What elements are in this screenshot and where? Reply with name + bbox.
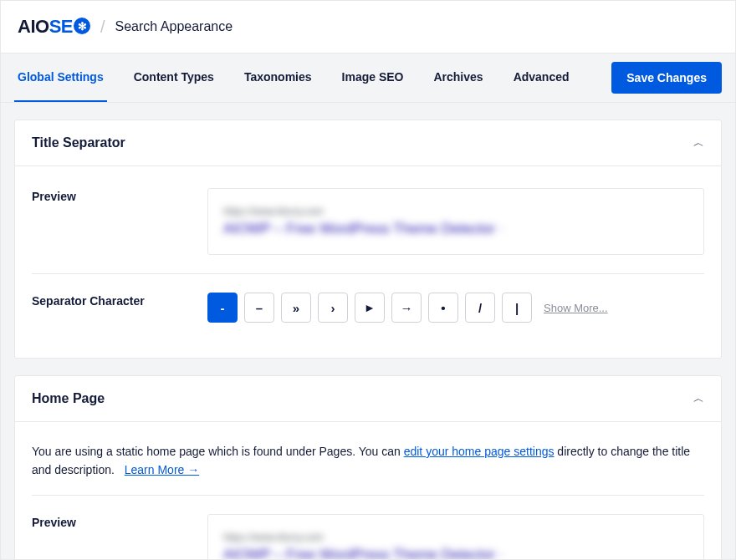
gear-icon: ✻ — [74, 18, 90, 34]
separator-triangle[interactable]: ▸ — [355, 293, 385, 323]
card-title: Title Separator — [32, 135, 125, 150]
separator-bullet[interactable]: • — [428, 293, 458, 323]
separator-pipe[interactable]: | — [502, 293, 532, 323]
chevron-up-icon: ︿ — [693, 391, 704, 406]
preview-label: Preview — [32, 514, 207, 559]
separator-raquo[interactable]: » — [281, 293, 311, 323]
row-home-preview: Preview https://www.blurry.com AIOWP – F… — [32, 514, 704, 559]
preview-title: AIOWP – Free WordPress Theme Detector · — [223, 221, 688, 237]
separator-arrow[interactable]: → — [391, 293, 422, 323]
card-header-title-separator[interactable]: Title Separator ︿ — [15, 120, 721, 166]
serp-preview: https://www.blurry.com AIOWP – Free Word… — [207, 188, 704, 255]
separator-slash[interactable]: / — [465, 293, 495, 323]
info-text-pre: You are using a static home page which i… — [32, 445, 404, 458]
save-changes-button[interactable]: Save Changes — [611, 62, 722, 94]
home-page-info: You are using a static home page which i… — [32, 439, 704, 496]
tab-advanced[interactable]: Advanced — [510, 53, 573, 102]
tab-archives[interactable]: Archives — [430, 53, 486, 102]
preview-url: https://www.blurry.com — [223, 532, 688, 543]
breadcrumb-separator: / — [100, 18, 105, 37]
tabs-bar: Global Settings Content Types Taxonomies… — [1, 53, 735, 103]
preview-title: AIOWP – Free WordPress Theme Detector · — [223, 547, 688, 559]
preview-label: Preview — [32, 188, 207, 255]
serp-preview-home: https://www.blurry.com AIOWP – Free Word… — [207, 514, 704, 559]
show-more-link[interactable]: Show More... — [544, 302, 608, 314]
preview-url: https://www.blurry.com — [223, 206, 688, 217]
row-preview: Preview https://www.blurry.com AIOWP – F… — [32, 183, 704, 273]
tab-taxonomies[interactable]: Taxonomies — [241, 53, 315, 102]
tab-content-types[interactable]: Content Types — [130, 53, 217, 102]
tab-global-settings[interactable]: Global Settings — [14, 53, 107, 102]
brand-part2: SE — [49, 16, 73, 38]
chevron-up-icon: ︿ — [693, 135, 704, 150]
edit-home-page-link[interactable]: edit your home page settings — [404, 445, 555, 458]
tab-image-seo[interactable]: Image SEO — [339, 53, 407, 102]
separator-endash[interactable]: – — [244, 293, 274, 323]
card-header-home-page[interactable]: Home Page ︿ — [15, 376, 721, 422]
row-separator: Separator Character - – » › ▸ → • / | — [32, 273, 704, 341]
separator-options: - – » › ▸ → • / | Show More... — [207, 293, 704, 323]
card-title-separator: Title Separator ︿ Preview https://www.bl… — [14, 120, 722, 359]
learn-more-link[interactable]: Learn More → — [125, 463, 199, 476]
top-bar: AIOSE✻ / Search Appearance — [1, 1, 735, 53]
brand-logo: AIOSE✻ — [18, 16, 90, 38]
card-home-page: Home Page ︿ You are using a static home … — [14, 375, 722, 559]
tabs: Global Settings Content Types Taxonomies… — [14, 53, 611, 102]
separator-dash[interactable]: - — [207, 293, 238, 323]
card-title: Home Page — [32, 391, 105, 406]
brand-part1: AIO — [18, 16, 49, 38]
page-title: Search Appearance — [115, 19, 233, 34]
separator-rsaquo[interactable]: › — [318, 293, 348, 323]
separator-label: Separator Character — [32, 293, 207, 323]
content-area: Title Separator ︿ Preview https://www.bl… — [1, 103, 735, 559]
